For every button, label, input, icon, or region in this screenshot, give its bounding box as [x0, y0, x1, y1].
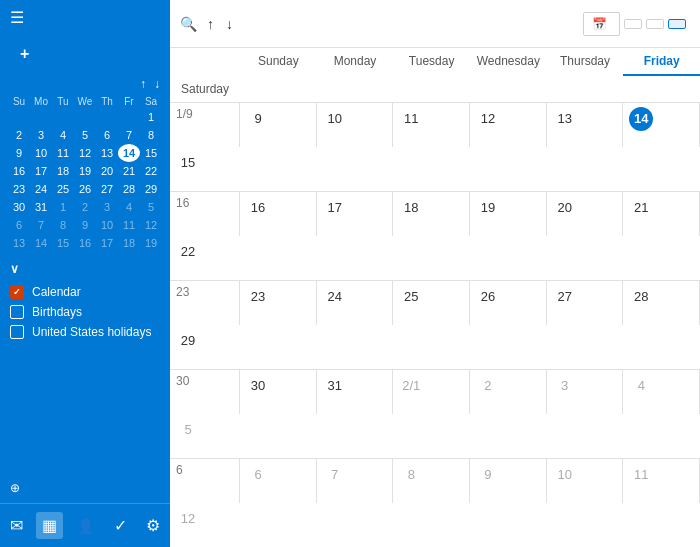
mini-cal-day[interactable]: 29	[140, 180, 162, 198]
cal-day-cell[interactable]: 31	[317, 370, 394, 414]
mini-cal-day[interactable]: 27	[96, 180, 118, 198]
people-icon[interactable]: 👤	[71, 514, 100, 538]
cal-day-cell[interactable]: 3	[547, 370, 624, 414]
mini-cal-day[interactable]: 18	[52, 162, 74, 180]
add-calendars-button[interactable]: ⊕	[0, 473, 170, 503]
new-event-button[interactable]: +	[10, 39, 160, 69]
cal-day-cell[interactable]: 12	[170, 503, 240, 547]
calendar-item[interactable]: Calendar	[10, 282, 160, 302]
cal-day-cell[interactable]: 23	[240, 281, 317, 325]
cal-day-cell[interactable]: 26	[470, 281, 547, 325]
cal-day-cell[interactable]: 10	[547, 459, 624, 503]
calendar-checkbox[interactable]	[10, 305, 24, 319]
topbar-prev-button[interactable]: ↑	[203, 14, 218, 34]
outlook-section-title[interactable]: ∨	[10, 262, 160, 276]
calendar-checkbox[interactable]	[10, 325, 24, 339]
mini-cal-day[interactable]: 24	[30, 180, 52, 198]
cal-day-cell[interactable]: 15	[170, 147, 240, 191]
mini-cal-day[interactable]: 14	[118, 144, 140, 162]
mini-cal-day[interactable]: 15	[140, 144, 162, 162]
mini-cal-day[interactable]: 1	[140, 108, 162, 126]
cal-day-cell[interactable]: 2	[470, 370, 547, 414]
mini-cal-day[interactable]: 12	[140, 216, 162, 234]
mini-cal-day[interactable]: 23	[8, 180, 30, 198]
mini-cal-day[interactable]: 11	[52, 144, 74, 162]
mini-cal-day[interactable]: 9	[8, 144, 30, 162]
mini-cal-day[interactable]: 28	[118, 180, 140, 198]
mini-cal-day[interactable]: 4	[118, 198, 140, 216]
mini-cal-day[interactable]: 26	[74, 180, 96, 198]
mini-cal-day[interactable]: 17	[30, 162, 52, 180]
mini-cal-day[interactable]: 13	[8, 234, 30, 252]
week-view-button[interactable]	[646, 19, 664, 29]
cal-day-cell[interactable]: 2/1	[393, 370, 470, 414]
mail-icon[interactable]: ✉	[4, 512, 29, 539]
calendar-checkbox[interactable]	[10, 285, 24, 299]
mini-cal-day[interactable]: 31	[30, 198, 52, 216]
cal-day-cell[interactable]: 24	[317, 281, 394, 325]
mini-cal-next-button[interactable]: ↓	[152, 77, 162, 91]
mini-cal-day[interactable]: 21	[118, 162, 140, 180]
mini-cal-day[interactable]: 11	[118, 216, 140, 234]
cal-day-cell[interactable]: 5	[170, 414, 240, 458]
mini-cal-day[interactable]: 3	[96, 198, 118, 216]
mini-cal-day[interactable]: 5	[74, 126, 96, 144]
mini-cal-day[interactable]: 7	[118, 126, 140, 144]
cal-day-cell[interactable]: 17	[317, 192, 394, 236]
mini-cal-day[interactable]: 3	[30, 126, 52, 144]
mini-cal-day[interactable]: 16	[8, 162, 30, 180]
mini-cal-day[interactable]: 6	[8, 216, 30, 234]
cal-day-cell[interactable]: 4	[623, 370, 700, 414]
hamburger-icon[interactable]: ☰	[10, 8, 24, 27]
mini-cal-day[interactable]: 6	[96, 126, 118, 144]
mini-cal-day[interactable]: 5	[140, 198, 162, 216]
cal-day-cell[interactable]: 18	[393, 192, 470, 236]
month-view-button[interactable]	[668, 19, 686, 29]
calendar-item[interactable]: United States holidays	[10, 322, 160, 342]
cal-day-cell[interactable]: 29	[170, 325, 240, 369]
mini-cal-day[interactable]: 4	[52, 126, 74, 144]
topbar-next-button[interactable]: ↓	[222, 14, 237, 34]
cal-day-cell[interactable]: 21	[623, 192, 700, 236]
cal-day-cell[interactable]: 9	[240, 103, 317, 147]
cal-day-cell[interactable]: 14	[623, 103, 700, 147]
mini-cal-day[interactable]: 10	[30, 144, 52, 162]
mini-cal-day[interactable]: 19	[74, 162, 96, 180]
mini-cal-day[interactable]: 9	[74, 216, 96, 234]
mini-cal-day[interactable]: 14	[30, 234, 52, 252]
mini-cal-prev-button[interactable]: ↑	[138, 77, 148, 91]
day-view-button[interactable]	[624, 19, 642, 29]
cal-day-cell[interactable]: 12	[470, 103, 547, 147]
cal-day-cell[interactable]: 7	[317, 459, 394, 503]
mini-cal-day[interactable]: 17	[96, 234, 118, 252]
cal-day-cell[interactable]: 6	[240, 459, 317, 503]
cal-day-cell[interactable]: 25	[393, 281, 470, 325]
tasks-icon[interactable]: ✓	[108, 512, 133, 539]
mini-cal-day[interactable]: 8	[52, 216, 74, 234]
mini-cal-day[interactable]: 2	[8, 126, 30, 144]
search-icon[interactable]: 🔍	[180, 16, 197, 32]
cal-day-cell[interactable]: 28	[623, 281, 700, 325]
cal-day-cell[interactable]: 10	[317, 103, 394, 147]
mini-cal-day[interactable]: 20	[96, 162, 118, 180]
mini-cal-day[interactable]: 10	[96, 216, 118, 234]
cal-day-cell[interactable]: 13	[547, 103, 624, 147]
calendar-item[interactable]: Birthdays	[10, 302, 160, 322]
cal-day-cell[interactable]: 16	[240, 192, 317, 236]
mini-cal-day[interactable]: 30	[8, 198, 30, 216]
mini-cal-day[interactable]: 7	[30, 216, 52, 234]
mini-cal-day[interactable]: 19	[140, 234, 162, 252]
cal-day-cell[interactable]: 27	[547, 281, 624, 325]
today-button[interactable]: 📅	[583, 12, 620, 36]
mini-cal-day[interactable]: 15	[52, 234, 74, 252]
mini-cal-day[interactable]: 25	[52, 180, 74, 198]
mini-cal-day[interactable]: 16	[74, 234, 96, 252]
cal-day-cell[interactable]: 11	[393, 103, 470, 147]
cal-day-cell[interactable]: 30	[240, 370, 317, 414]
cal-day-cell[interactable]: 11	[623, 459, 700, 503]
mini-cal-day[interactable]: 13	[96, 144, 118, 162]
calendar-nav-icon[interactable]: ▦	[36, 512, 63, 539]
cal-day-cell[interactable]: 22	[170, 236, 240, 280]
mini-cal-day[interactable]: 8	[140, 126, 162, 144]
settings-icon[interactable]: ⚙	[140, 512, 166, 539]
